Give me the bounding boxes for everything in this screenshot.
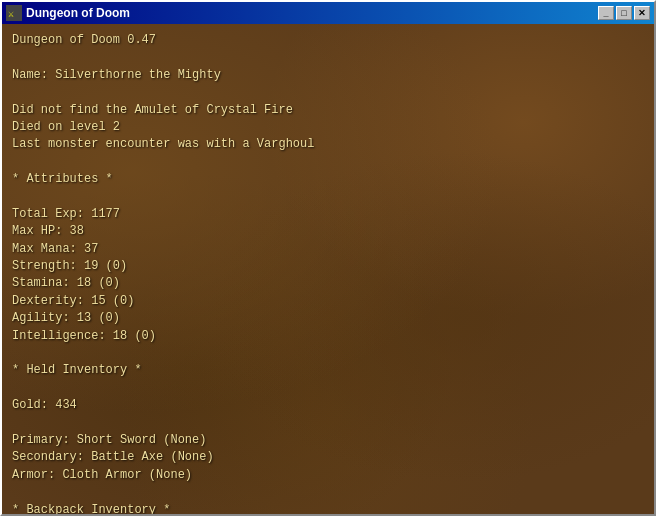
close-button[interactable]: ✕ xyxy=(634,6,650,20)
title-buttons: _ □ ✕ xyxy=(598,6,650,20)
game-content-area: Dungeon of Doom 0.47 Name: Silverthorne … xyxy=(2,24,654,514)
game-text-block: Dungeon of Doom 0.47 Name: Silverthorne … xyxy=(12,32,644,514)
window-icon: ⚔ xyxy=(6,5,22,21)
svg-text:⚔: ⚔ xyxy=(8,9,14,20)
minimize-button[interactable]: _ xyxy=(598,6,614,20)
main-window: ⚔ Dungeon of Doom _ □ ✕ Dungeon of Doom … xyxy=(0,0,656,516)
maximize-button[interactable]: □ xyxy=(616,6,632,20)
window-title: Dungeon of Doom xyxy=(26,6,598,20)
title-bar: ⚔ Dungeon of Doom _ □ ✕ xyxy=(2,2,654,24)
